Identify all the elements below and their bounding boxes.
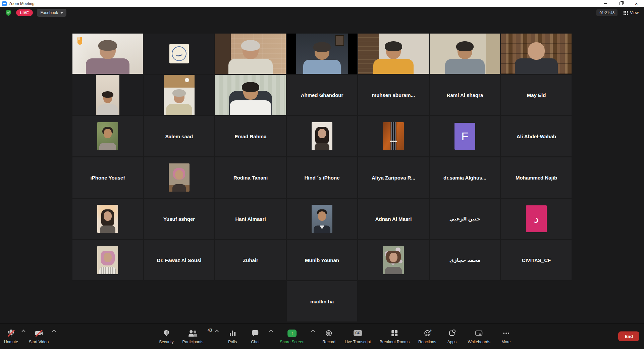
more-icon <box>505 333 507 334</box>
participant-tile[interactable] <box>144 157 214 198</box>
meeting-info-button[interactable] <box>3 8 13 17</box>
meeting-timer: 01:21:43 <box>596 9 618 16</box>
participant-tile[interactable]: Rodina Tanani <box>215 157 286 198</box>
participant-tile[interactable]: May Eid <box>501 75 572 115</box>
person-silhouette <box>230 84 271 115</box>
participant-tile[interactable]: Ali Abdel-Wahab <box>501 116 572 156</box>
participant-tile[interactable]: CIVITAS_CF <box>501 240 572 280</box>
record-button[interactable]: Record <box>319 326 339 347</box>
head-shape <box>104 211 112 221</box>
participants-options-caret[interactable] <box>214 323 219 339</box>
participant-tile[interactable]: Mohammed Najib <box>501 157 572 198</box>
participant-tile[interactable]: Zuhair <box>215 240 286 280</box>
participant-tile[interactable] <box>72 75 143 115</box>
participant-tile[interactable]: محمد حجازي <box>430 240 500 280</box>
chat-options-caret[interactable] <box>268 323 274 339</box>
start-video-button[interactable]: Start Video <box>26 326 51 347</box>
participant-tile[interactable] <box>358 34 429 74</box>
participant-tile[interactable] <box>72 199 143 239</box>
participant-tile[interactable]: Munib Younan <box>287 240 357 280</box>
minimize-button[interactable] <box>598 0 613 7</box>
meeting-stage: Ahmed Ghandourmuhsen aburam...Rami Al sh… <box>0 18 644 323</box>
close-button[interactable]: × <box>629 0 644 7</box>
head-shape <box>318 129 326 138</box>
participant-tile[interactable] <box>72 34 143 74</box>
participant-name: May Eid <box>524 92 549 98</box>
participant-tile[interactable]: Emad Rahma <box>215 116 286 156</box>
hair-shape <box>172 89 186 97</box>
participant-tile[interactable] <box>287 34 357 74</box>
chat-icon <box>252 330 259 336</box>
participant-tile[interactable]: Salem saad <box>144 116 214 156</box>
restore-button[interactable] <box>613 0 629 7</box>
share-screen-button[interactable]: ↑ Share Screen <box>277 326 307 347</box>
live-badge: LIVE <box>16 9 33 16</box>
participant-tile[interactable]: د <box>501 199 572 239</box>
avatar-photo <box>97 122 118 150</box>
participant-tile[interactable]: F <box>430 116 500 156</box>
unmute-button[interactable]: Unmute <box>1 326 21 347</box>
participant-tile[interactable] <box>72 240 143 280</box>
avatar-photo <box>97 246 118 274</box>
view-button[interactable]: View <box>622 9 641 16</box>
participant-tile[interactable]: Aliya Zaripova R... <box>358 157 429 198</box>
hair-shape <box>98 40 117 51</box>
participant-tile[interactable] <box>215 34 286 74</box>
whiteboards-button[interactable]: Whiteboards <box>465 326 493 347</box>
participant-tile[interactable]: Hani Almasri <box>215 199 286 239</box>
breakout-rooms-button[interactable]: Breakout Rooms <box>377 326 412 347</box>
participant-name: CIVITAS_CF <box>519 257 553 263</box>
participant-tile[interactable] <box>358 240 429 280</box>
security-button[interactable]: Security <box>156 326 176 347</box>
participant-tile[interactable] <box>72 116 143 156</box>
body-shape <box>172 184 186 192</box>
participant-tile[interactable]: Adnan Al Masri <box>358 199 429 239</box>
stream-target-dropdown[interactable]: Facebook <box>37 9 66 17</box>
video-feed <box>215 34 286 74</box>
participant-tile[interactable] <box>287 116 357 156</box>
participant-tile[interactable] <box>358 116 429 156</box>
participant-tile[interactable] <box>215 75 286 115</box>
participant-name: Ahmed Ghandour <box>298 92 346 98</box>
participant-tile[interactable] <box>144 75 214 115</box>
person-silhouette <box>303 44 341 74</box>
hair-shape <box>102 91 113 98</box>
participants-button[interactable]: 43 Participants <box>180 326 211 347</box>
cc-icon <box>354 330 362 336</box>
participant-tile[interactable]: muhsen aburam... <box>358 75 429 115</box>
participant-tile[interactable]: Yusuf ashqer <box>144 199 214 239</box>
participant-tile[interactable]: iPhone Yousef <box>72 157 143 198</box>
participant-tile[interactable] <box>501 34 572 74</box>
participant-tile[interactable]: dr.samia Alghus... <box>430 157 500 198</box>
participant-name: Salem saad <box>163 134 196 139</box>
reactions-button[interactable]: Reactions <box>416 326 439 347</box>
live-transcript-button[interactable]: Live Transcript <box>342 326 374 347</box>
polls-button[interactable]: Polls <box>223 326 242 347</box>
video-feed <box>501 34 572 74</box>
body-shape <box>314 226 330 233</box>
participant-tile[interactable] <box>430 34 500 74</box>
participants-icon <box>189 330 197 337</box>
chat-button[interactable]: Chat <box>246 326 265 347</box>
participant-tile[interactable]: madlin ha <box>287 281 357 321</box>
participant-tile[interactable]: حنين الزعبي <box>430 199 500 239</box>
end-button[interactable]: End <box>618 332 639 341</box>
participant-tile[interactable]: Hind ´s iPhone <box>287 157 357 198</box>
video-feed <box>144 75 214 115</box>
hair-shape <box>313 42 331 52</box>
share-options-caret[interactable] <box>311 323 316 339</box>
video-options-caret[interactable] <box>51 323 57 339</box>
participant-tile[interactable]: Dr. Fawaz Al Sousi <box>144 240 214 280</box>
chevron-up-icon <box>21 330 25 333</box>
share-screen-icon: ↑ <box>287 330 297 337</box>
participant-tile[interactable]: Rami Al shaqra <box>430 75 500 115</box>
apps-button[interactable]: Apps <box>442 326 462 347</box>
video-muted-icon <box>35 329 43 337</box>
head-shape <box>104 253 112 262</box>
participant-tile[interactable]: Ahmed Ghandour <box>287 75 357 115</box>
audio-options-caret[interactable] <box>21 323 26 339</box>
participant-tile[interactable] <box>144 34 214 74</box>
more-button[interactable]: More <box>496 326 516 347</box>
person-silhouette <box>373 43 414 74</box>
participant-tile[interactable] <box>287 199 357 239</box>
